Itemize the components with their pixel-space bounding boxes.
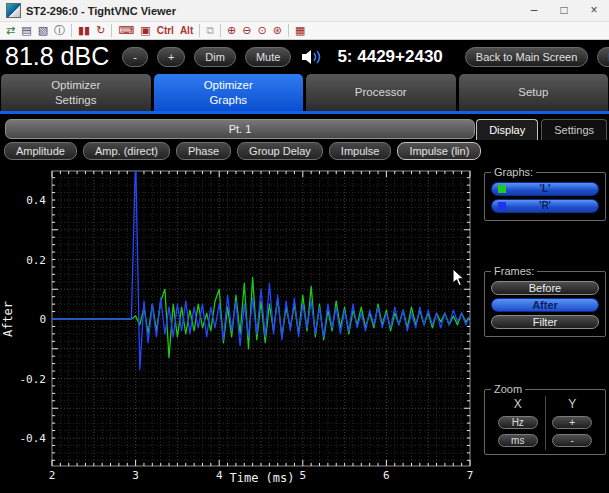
window-titlebar: ST2-296:0 - TightVNC Viewer – □ × [0, 0, 609, 22]
left-trace-swatch [498, 185, 506, 193]
main-tab-bar: Optimizer Settings Optimizer Graphs Proc… [0, 73, 609, 111]
tab-optimizer-settings[interactable]: Optimizer Settings [1, 74, 151, 111]
minimize-button[interactable]: – [519, 0, 549, 22]
connection-info-icon[interactable]: ⓘ [54, 23, 65, 38]
tab-impulse-lin[interactable]: Impulse (lin) [397, 142, 481, 160]
bypass-button[interactable]: Bypass [597, 47, 609, 67]
graph-l-label: 'L' [540, 183, 551, 194]
graph-l-toggle-button[interactable]: 'L' [491, 182, 599, 196]
send-keys-icon[interactable]: ▣ [140, 23, 150, 38]
point-selector-bar[interactable]: Pt. 1 [5, 119, 475, 139]
side-tab-bar: Display Settings [476, 119, 607, 140]
display-panel: Graphs: 'L' 'R' Frames: Before After Fil… [480, 166, 609, 493]
zoom-in-icon[interactable]: ⊕ [227, 23, 236, 38]
tab-amp-direct[interactable]: Amp. (direct) [83, 142, 170, 160]
tab-processor[interactable]: Processor [306, 74, 456, 111]
frames-group: Frames: Before After Filter [484, 265, 606, 337]
zoom-out-icon[interactable]: ⊖ [242, 23, 251, 38]
svg-text:0.2: 0.2 [26, 254, 46, 267]
refresh-icon[interactable]: ↻ [96, 23, 105, 38]
zoom-x-label: X [514, 397, 522, 411]
window-title: ST2-296:0 - TightVNC Viewer [26, 5, 519, 17]
app-header: 81.8 dBC - + Dim Mute 5: 4429+2430 Back … [0, 40, 609, 73]
graph-r-toggle-button[interactable]: 'R' [491, 199, 599, 213]
frame-after-button[interactable]: After [491, 298, 599, 312]
ctrl-alt-del-icon[interactable]: ⌨ [118, 23, 134, 38]
svg-text:4: 4 [216, 469, 223, 482]
zoom-y-minus-button[interactable]: - [552, 434, 592, 447]
toolbar-separator [71, 24, 72, 37]
graphs-group-legend: Graphs: [491, 166, 536, 178]
svg-text:After: After [1, 301, 15, 337]
frame-filter-button[interactable]: Filter [491, 315, 599, 329]
svg-text:-0.2: -0.2 [20, 373, 47, 386]
svg-text:2: 2 [49, 469, 56, 482]
svg-text:-0.4: -0.4 [20, 432, 47, 445]
mute-button[interactable]: Mute [245, 47, 291, 67]
zoom-x-ms-button[interactable]: ms [498, 434, 538, 447]
tab-phase[interactable]: Phase [176, 142, 231, 160]
impulse-plot[interactable]: 0.40.20-0.2-0.4234567Time (ms)After [0, 166, 479, 493]
alt-key-button[interactable]: Alt [180, 23, 193, 38]
speaker-icon [300, 49, 324, 65]
tab-amplitude[interactable]: Amplitude [4, 142, 77, 160]
svg-text:0: 0 [39, 313, 46, 326]
graph-r-label: 'R' [539, 200, 551, 211]
zoom-y-label: Y [568, 397, 576, 411]
back-to-main-screen-button[interactable]: Back to Main Screen [465, 47, 589, 67]
graphs-content: Pt. 1 Display Settings Amplitude Amp. (d… [0, 114, 609, 493]
zoom-y-plus-button[interactable]: + [552, 416, 592, 429]
toolbar-separator [111, 24, 112, 37]
toolbar-separator [288, 24, 289, 37]
new-connection-icon[interactable]: ⇄ [6, 23, 15, 38]
maximize-button[interactable]: □ [549, 0, 579, 22]
connection-options-icon[interactable]: ▧ [38, 23, 48, 38]
tab-impulse[interactable]: Impulse [329, 142, 392, 160]
toolbar-separator [199, 24, 200, 37]
right-trace-swatch [498, 202, 506, 210]
level-readout: 81.8 dBC [5, 42, 109, 71]
volume-down-button[interactable]: - [122, 47, 148, 67]
svg-text:Time (ms): Time (ms) [229, 471, 294, 485]
close-button[interactable]: × [579, 0, 609, 22]
svg-text:6: 6 [383, 469, 390, 482]
optimizer-app: 81.8 dBC - + Dim Mute 5: 4429+2430 Back … [0, 40, 609, 493]
tab-optimizer-graphs[interactable]: Optimizer Graphs [154, 74, 304, 111]
svg-text:0.4: 0.4 [26, 194, 46, 207]
zoom-group: Zoom X Hz ms Y + - [484, 383, 606, 455]
graph-type-tab-bar: Amplitude Amp. (direct) Phase Group Dela… [4, 142, 481, 160]
file-transfer-icon[interactable]: ⧉ [206, 23, 214, 38]
zoom-100-icon[interactable]: ⊙ [258, 23, 267, 38]
volume-up-button[interactable]: + [157, 47, 185, 67]
tightvnc-logo-icon [6, 3, 21, 18]
frame-before-button[interactable]: Before [491, 281, 599, 295]
svg-text:7: 7 [467, 469, 474, 482]
toolbar-separator [220, 24, 221, 37]
svg-text:5: 5 [299, 469, 306, 482]
zoom-group-legend: Zoom [491, 383, 525, 395]
vnc-viewer-window: ST2-296:0 - TightVNC Viewer – □ × ⇄ ▤ ▧ … [0, 0, 609, 493]
save-session-icon[interactable]: ▤ [21, 23, 31, 38]
graphs-group: Graphs: 'L' 'R' [484, 166, 606, 221]
svg-text:3: 3 [132, 469, 139, 482]
vnc-toolbar: ⇄ ▤ ▧ ⓘ ▮▮ ↻ ⌨ ▣ Ctrl Alt ⧉ ⊕ ⊖ ⊙ ⊛ ▦ [0, 22, 609, 40]
tab-group-delay[interactable]: Group Delay [237, 142, 323, 160]
ctrl-key-button[interactable]: Ctrl [157, 23, 174, 38]
frames-group-legend: Frames: [491, 265, 537, 277]
fullscreen-icon[interactable]: ▦ [295, 23, 305, 38]
pause-icon[interactable]: ▮▮ [78, 23, 90, 38]
preset-readout: 5: 4429+2430 [337, 47, 442, 67]
dim-button[interactable]: Dim [194, 47, 236, 67]
tab-settings-side[interactable]: Settings [541, 119, 607, 140]
tab-display[interactable]: Display [476, 119, 538, 140]
tab-setup[interactable]: Setup [459, 74, 609, 111]
zoom-fit-icon[interactable]: ⊛ [273, 23, 282, 38]
zoom-x-hz-button[interactable]: Hz [498, 416, 538, 429]
